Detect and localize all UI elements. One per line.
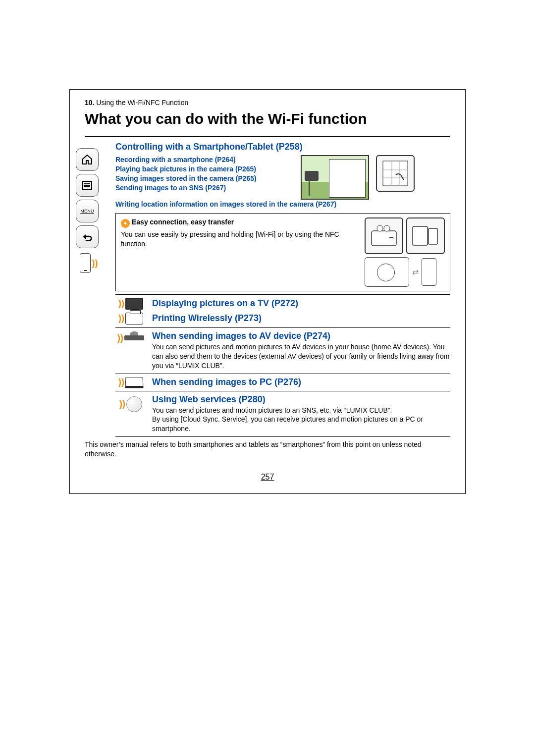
sidebar-phone-illustration: )) [76,253,102,273]
section-pc-row: )) When sending images to PC (P276) [115,377,450,388]
arrow-icon: ⇄ [412,267,419,276]
section-web-body2: By using [Cloud Sync. Service], you can … [152,415,450,433]
section-smartphone-links: Recording with a smartphone (P264) Playi… [115,155,294,193]
divider [115,436,450,437]
wifi-waves-icon: )) [119,399,125,409]
breadcrumb: 10. Using the Wi-Fi/NFC Function [85,99,450,107]
link-playback-pictures[interactable]: Playing back pictures in the camera (P26… [115,164,294,174]
illustration-phone-small [422,258,436,286]
lightbulb-icon: ✦ [121,219,130,228]
section-pc-heading[interactable]: When sending images to PC (P276) [152,377,301,387]
section-av-body: You can send pictures and motion picture… [152,342,450,371]
footnote: This owner’s manual refers to both smart… [85,440,450,459]
easy-connection-box: ✦Easy connection, easy transfer You can … [115,213,450,291]
section-web-row: )) Using Web services (P280) You can sen… [115,394,450,434]
section-av-row: )) When sending images to AV device (P27… [115,331,450,371]
svg-point-11 [384,225,390,231]
illustration-camera-top [365,217,403,254]
link-writing-location[interactable]: Writing location information on images s… [115,200,450,209]
easy-connection-illustrations: ⇄ [365,217,445,287]
svg-rect-12 [413,226,428,245]
illustration-nfc-tap [406,217,445,254]
divider [115,391,450,391]
tv-icon [125,298,143,310]
section-printer-row: )) Printing Wirelessly (P273) [115,313,450,324]
link-recording-smartphone[interactable]: Recording with a smartphone (P264) [115,155,294,164]
svg-point-10 [377,225,383,231]
illustration-touch-grid [376,155,415,192]
section-tv-row: )) Displaying pictures on a TV (P272) [115,298,450,310]
divider [85,136,450,137]
laptop-icon [125,377,144,388]
section-tv-heading[interactable]: Displaying pictures on a TV (P272) [152,298,298,309]
svg-rect-13 [428,228,437,244]
section-smartphone-row: Recording with a smartphone (P264) Playi… [115,155,450,200]
easy-connection-title: Easy connection, easy transfer [132,218,234,226]
divider [115,294,450,295]
page-number[interactable]: 257 [85,473,450,482]
wifi-waves-icon: )) [118,313,124,324]
divider [115,374,450,374]
section-web-heading[interactable]: Using Web services (P280) [152,394,450,405]
section-web-body1: You can send pictures and motion picture… [152,406,450,415]
menu-label: MENU [80,209,94,214]
wifi-waves-icon: )) [117,333,123,343]
printer-icon [125,313,143,324]
wifi-waves-icon: )) [92,258,98,269]
breadcrumb-num: 10. [85,99,94,107]
home-button[interactable] [76,148,99,171]
section-smartphone-heading[interactable]: Controlling with a Smartphone/Tablet (P2… [115,142,450,152]
link-saving-images[interactable]: Saving images stored in the camera (P265… [115,174,294,183]
globe-icon [126,396,142,412]
main-content: Controlling with a Smartphone/Tablet (P2… [115,142,450,437]
manual-page: 10. Using the Wi-Fi/NFC Function What yo… [69,89,466,494]
page-title: What you can do with the Wi-Fi function [85,110,450,127]
svg-rect-4 [383,161,408,186]
phone-icon [80,253,91,273]
menu-button[interactable]: MENU [76,200,99,222]
link-sending-sns[interactable]: Sending images to an SNS (P267) [115,183,294,193]
easy-connection-text: ✦Easy connection, easy transfer You can … [121,217,359,287]
back-icon [81,230,94,243]
section-printer-heading[interactable]: Printing Wirelessly (P273) [152,313,262,324]
wifi-waves-icon: )) [118,298,124,309]
list-icon [81,179,93,191]
illustration-camera-front [365,257,409,287]
easy-connection-body: You can use easily by pressing and holdi… [121,230,339,248]
toc-button[interactable] [76,174,99,197]
svg-rect-9 [372,231,396,246]
divider [115,327,450,328]
av-device-icon [124,335,144,340]
illustration-remote-shoot [301,155,369,200]
section-av-heading[interactable]: When sending images to AV device (P274) [152,331,450,341]
breadcrumb-text: Using the Wi-Fi/NFC Function [94,99,188,107]
wifi-waves-icon: )) [118,377,124,387]
sidebar-nav: MENU )) [76,148,102,273]
home-icon [81,154,93,165]
back-button[interactable] [76,225,99,248]
